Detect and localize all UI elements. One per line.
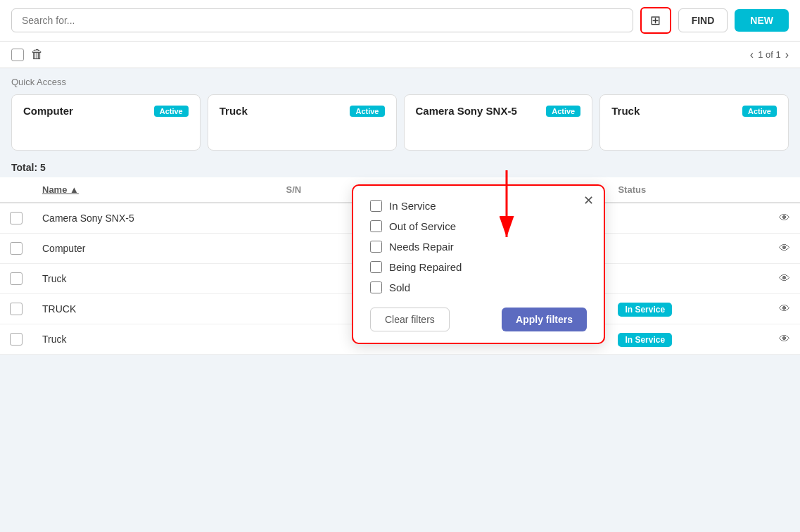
filter-option-sold[interactable]: Sold bbox=[370, 281, 587, 293]
qa-card-3[interactable]: Camera Sony SNX-5 Active bbox=[404, 94, 593, 151]
qa-card-3-title: Camera Sony SNX-5 bbox=[416, 105, 517, 117]
col-name[interactable]: Name ▲ bbox=[32, 177, 276, 203]
row-5-status-badge: In Service bbox=[618, 333, 672, 347]
quick-access-label: Quick Access bbox=[11, 77, 789, 87]
filter-option-out-of-service[interactable]: Out of Service bbox=[370, 220, 587, 232]
qa-card-3-badge: Active bbox=[546, 106, 580, 117]
checkbox-needs-repair[interactable] bbox=[370, 241, 382, 253]
row-4-name: TRUCK bbox=[32, 294, 276, 324]
row-3-status: Active bbox=[608, 264, 769, 294]
row-2-name: Computer bbox=[32, 234, 276, 264]
filter-option-needs-repair[interactable]: Needs Repair bbox=[370, 241, 587, 253]
row-5-actions: 👁 bbox=[769, 324, 800, 355]
row-2-sn bbox=[276, 234, 352, 264]
quick-access-section: Quick Access Computer Active Truck Activ… bbox=[0, 68, 800, 155]
col-sn: S/N bbox=[276, 177, 352, 203]
qa-card-3-header: Camera Sony SNX-5 Active bbox=[416, 105, 581, 117]
row-5-checkbox-cell bbox=[0, 324, 32, 355]
checkbox-being-repaired[interactable] bbox=[370, 261, 382, 273]
row-3-actions: 👁 bbox=[769, 264, 800, 294]
filter-options: In Service Out of Service Needs Repair B… bbox=[370, 200, 587, 293]
checkbox-in-service[interactable] bbox=[370, 200, 382, 212]
qa-card-4-title: Truck bbox=[611, 105, 640, 117]
row-4-actions: 👁 bbox=[769, 294, 800, 324]
row-1-checkbox[interactable] bbox=[10, 212, 23, 224]
filter-popup: ✕ In Service Out of Service Needs Repair… bbox=[352, 184, 605, 344]
row-5-sn bbox=[276, 324, 352, 355]
total-label: Total: 5 bbox=[11, 162, 46, 173]
filter-button[interactable]: ⊞ bbox=[640, 7, 671, 34]
select-all-checkbox[interactable] bbox=[11, 49, 24, 61]
filter-close-button[interactable]: ✕ bbox=[583, 193, 594, 208]
row-4-status-badge: In Service bbox=[618, 303, 672, 317]
qa-card-1-title: Computer bbox=[23, 105, 73, 117]
row-5-view-icon[interactable]: 👁 bbox=[779, 333, 790, 345]
qa-card-1[interactable]: Computer Active bbox=[11, 94, 201, 151]
row-3-name: Truck bbox=[32, 264, 276, 294]
action-left: 🗑 bbox=[11, 47, 44, 62]
filter-actions: Clear filters Apply filters bbox=[370, 308, 587, 331]
row-5-name: Truck bbox=[32, 324, 276, 355]
filter-label-needs-repair: Needs Repair bbox=[389, 241, 454, 253]
filter-label-sold: Sold bbox=[389, 281, 410, 293]
action-bar: 🗑 ‹ 1 of 1 › bbox=[0, 42, 800, 68]
qa-card-4-header: Truck Active bbox=[611, 105, 777, 117]
prev-page-arrow[interactable]: ‹ bbox=[750, 49, 754, 61]
filter-option-being-repaired[interactable]: Being Repaired bbox=[370, 261, 587, 273]
qa-card-4[interactable]: Truck Active bbox=[599, 94, 789, 151]
row-1-name: Camera Sony SNX-5 bbox=[32, 203, 276, 234]
row-5-status: In Service bbox=[608, 324, 769, 355]
qa-card-2-header: Truck Active bbox=[220, 105, 385, 117]
row-4-checkbox[interactable] bbox=[10, 303, 23, 315]
row-2-checkbox[interactable] bbox=[10, 242, 23, 255]
new-button[interactable]: NEW bbox=[735, 9, 789, 32]
delete-icon[interactable]: 🗑 bbox=[31, 47, 44, 62]
pagination: ‹ 1 of 1 › bbox=[750, 49, 789, 61]
filter-label-out-of-service: Out of Service bbox=[389, 220, 456, 232]
row-3-checkbox[interactable] bbox=[10, 272, 23, 285]
row-1-actions: 👁 bbox=[769, 203, 800, 234]
col-status: Status bbox=[608, 177, 769, 203]
row-3-view-icon[interactable]: 👁 bbox=[779, 272, 790, 284]
row-2-checkbox-cell bbox=[0, 234, 32, 264]
filter-option-in-service[interactable]: In Service bbox=[370, 200, 587, 212]
qa-card-2[interactable]: Truck Active bbox=[208, 94, 397, 151]
apply-filters-button[interactable]: Apply filters bbox=[502, 308, 587, 331]
row-5-checkbox[interactable] bbox=[10, 333, 23, 346]
row-4-checkbox-cell bbox=[0, 294, 32, 324]
quick-access-cards: Computer Active Truck Active Camera Sony… bbox=[11, 94, 789, 151]
filter-icon: ⊞ bbox=[650, 13, 661, 28]
row-4-status: In Service bbox=[608, 294, 769, 324]
filter-button-wrapper: ⊞ bbox=[640, 7, 671, 34]
row-4-sn bbox=[276, 294, 352, 324]
row-2-actions: 👁 bbox=[769, 234, 800, 264]
row-1-checkbox-cell bbox=[0, 203, 32, 234]
checkbox-sold[interactable] bbox=[370, 281, 382, 293]
row-1-view-icon[interactable]: 👁 bbox=[779, 212, 790, 224]
total-bar: Total: 5 bbox=[0, 155, 800, 177]
next-page-arrow[interactable]: › bbox=[785, 49, 789, 61]
row-3-sn bbox=[276, 264, 352, 294]
row-1-sn bbox=[276, 203, 352, 234]
qa-card-4-badge: Active bbox=[742, 106, 777, 117]
col-actions bbox=[769, 177, 800, 203]
qa-card-1-header: Computer Active bbox=[23, 105, 189, 117]
clear-filters-button[interactable]: Clear filters bbox=[370, 308, 450, 331]
row-4-view-icon[interactable]: 👁 bbox=[779, 303, 790, 315]
find-button[interactable]: FIND bbox=[678, 8, 728, 32]
qa-card-2-title: Truck bbox=[220, 105, 248, 117]
row-2-status: Active bbox=[608, 234, 769, 264]
search-input[interactable] bbox=[11, 8, 633, 32]
qa-card-1-badge: Active bbox=[154, 106, 189, 117]
qa-card-2-badge: Active bbox=[350, 106, 384, 117]
row-2-view-icon[interactable]: 👁 bbox=[779, 242, 790, 254]
filter-label-being-repaired: Being Repaired bbox=[389, 261, 462, 273]
checkbox-out-of-service[interactable] bbox=[370, 220, 382, 232]
row-3-checkbox-cell bbox=[0, 264, 32, 294]
row-1-status: Active bbox=[608, 203, 769, 234]
col-checkbox bbox=[0, 177, 32, 203]
filter-label-in-service: In Service bbox=[389, 200, 436, 212]
table-wrap: ✕ In Service Out of Service Needs Repair… bbox=[0, 177, 800, 355]
top-bar: ⊞ FIND NEW bbox=[0, 0, 800, 42]
page-info: 1 of 1 bbox=[758, 49, 781, 60]
